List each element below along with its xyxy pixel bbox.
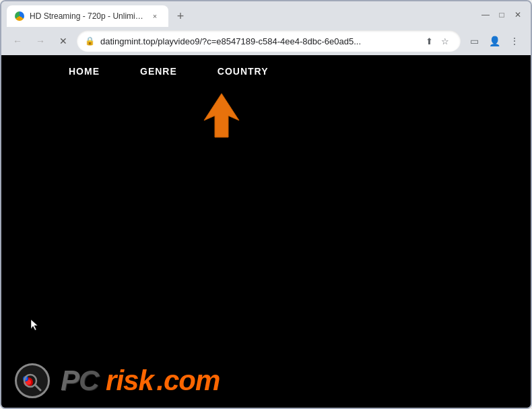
nav-link-country[interactable]: COUNTRY (218, 66, 269, 77)
profile-icon[interactable]: 👤 (485, 32, 504, 50)
url-actions: ⬆ ☆ (422, 34, 453, 48)
nav-link-home[interactable]: HOME (69, 66, 100, 77)
navigation-bar: ← → ✕ 🔒 datingmint.top/playvideo9/?c=e85… (1, 27, 531, 55)
menu-icon[interactable]: ⋮ (505, 32, 524, 50)
lock-icon: 🔒 (85, 36, 95, 46)
reload-button[interactable]: ✕ (54, 32, 73, 50)
tab-title: HD Streaming - 720p - Unlimitec (30, 11, 144, 21)
minimize-button[interactable]: — (478, 7, 493, 22)
sidebar-icon[interactable]: ▭ (465, 32, 484, 50)
address-bar[interactable]: 🔒 datingmint.top/playvideo9/?c=e8547189-… (77, 30, 461, 52)
tab-close-button[interactable]: × (149, 11, 160, 22)
nav-link-genre[interactable]: GENRE (140, 66, 177, 77)
window-controls: — □ ✕ (478, 7, 525, 22)
new-tab-button[interactable]: + (171, 7, 190, 26)
pcrisk-watermark: PC risk .com (1, 354, 531, 408)
tab-favicon-icon (15, 11, 24, 21)
svg-line-6 (35, 385, 40, 390)
active-tab[interactable]: HD Streaming - 720p - Unlimitec × (7, 5, 168, 27)
svg-marker-0 (204, 94, 239, 137)
share-icon[interactable]: ⬆ (422, 34, 436, 48)
tab-area: HD Streaming - 720p - Unlimitec × + (7, 5, 478, 27)
title-bar: HD Streaming - 720p - Unlimitec × + — □ … (1, 1, 531, 27)
browser-toolbar: ▭ 👤 ⋮ (465, 32, 524, 50)
site-navigation: HOME GENRE COUNTRY (1, 55, 531, 87)
svg-marker-1 (31, 320, 38, 330)
maximize-button[interactable]: □ (494, 7, 509, 22)
bookmark-icon[interactable]: ☆ (438, 34, 453, 48)
pcrisk-text: PC risk .com (61, 365, 220, 397)
url-display: datingmint.top/playvideo9/?c=e8547189-c5… (100, 36, 416, 46)
back-button[interactable]: ← (8, 32, 27, 50)
browser-window: HD Streaming - 720p - Unlimitec × + — □ … (0, 0, 532, 409)
webpage-content: HOME GENRE COUNTRY (1, 55, 531, 408)
pcrisk-logo-icon (15, 363, 50, 398)
close-button[interactable]: ✕ (510, 7, 525, 22)
forward-button[interactable]: → (31, 32, 50, 50)
mouse-cursor-icon (30, 318, 39, 334)
